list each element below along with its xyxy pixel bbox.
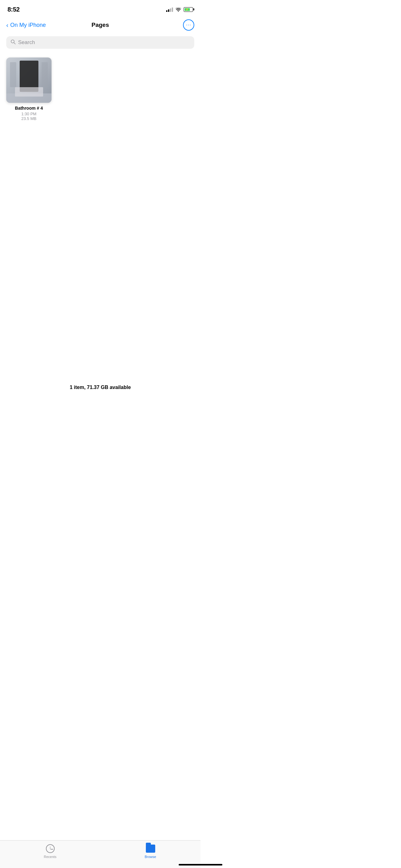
file-size: 23.5 MB (21, 116, 36, 121)
ellipsis-icon: ··· (186, 23, 191, 28)
search-container: Search (0, 34, 201, 54)
nav-back-button[interactable]: ‹ On My iPhone (6, 22, 46, 28)
file-time: 1:30 PM (21, 112, 36, 116)
battery-icon: ⚡ (183, 7, 193, 12)
nav-bar: ‹ On My iPhone Pages ··· (0, 17, 201, 34)
svg-line-1 (14, 43, 15, 44)
file-thumbnail (6, 58, 52, 103)
status-time: 8:52 (7, 6, 20, 13)
signal-bars-icon (166, 7, 173, 12)
storage-info: 1 item, 71.37 GB available (0, 378, 201, 397)
more-options-button[interactable]: ··· (183, 19, 194, 31)
back-label: On My iPhone (10, 22, 46, 28)
wifi-icon (175, 7, 181, 11)
file-name: Bathroom # 4 (15, 105, 43, 111)
list-item[interactable]: Bathroom # 4 1:30 PM 23.5 MB (6, 58, 52, 121)
files-grid: Bathroom # 4 1:30 PM 23.5 MB (0, 54, 201, 125)
search-placeholder: Search (18, 39, 35, 45)
search-icon (11, 39, 15, 45)
status-icons: ⚡ (166, 7, 193, 12)
page-title: Pages (92, 22, 109, 28)
status-bar: 8:52 ⚡ (0, 0, 201, 17)
storage-text: 1 item, 71.37 GB available (70, 384, 131, 390)
search-bar[interactable]: Search (6, 36, 194, 49)
thumbnail-image (6, 58, 52, 103)
back-chevron-icon: ‹ (6, 22, 8, 28)
